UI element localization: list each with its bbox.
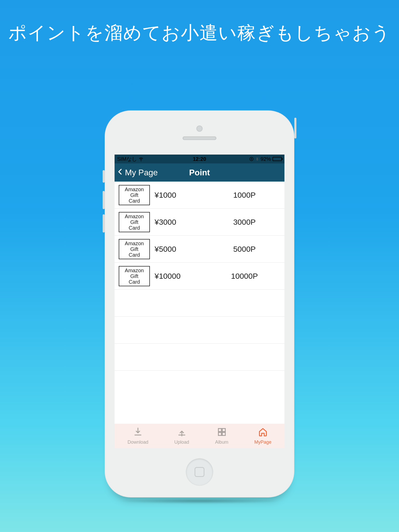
promo-headline: ポイントを溜めてお小遣い稼ぎもしちゃおう <box>0 0 399 45</box>
battery-icon <box>272 157 282 161</box>
gift-card-icon: Amazon Gift Card <box>119 239 150 259</box>
point-list: Amazon Gift Card¥10001000PAmazon Gift Ca… <box>115 182 284 424</box>
battery-percent: 92% <box>261 156 271 162</box>
price-label: ¥10000 <box>155 272 204 281</box>
tab-download[interactable]: Download <box>128 427 148 445</box>
wifi-icon <box>138 156 144 162</box>
mypage-icon <box>258 427 268 438</box>
phone-frame: SIMなし 12:20 92% <box>105 110 294 497</box>
tab-label: Download <box>128 440 148 445</box>
tab-label: Album <box>215 440 228 445</box>
status-bar: SIMなし 12:20 92% <box>115 155 284 163</box>
back-label: My Page <box>125 168 158 177</box>
orientation-lock-icon <box>249 157 254 161</box>
tab-mypage[interactable]: MyPage <box>254 427 271 445</box>
price-label: ¥3000 <box>155 218 204 227</box>
point-row[interactable]: Amazon Gift Card¥1000010000P <box>115 263 284 290</box>
home-button[interactable] <box>186 458 213 486</box>
carrier-label: SIMなし <box>117 156 137 163</box>
volume-up-button <box>103 191 105 209</box>
points-label: 3000P <box>209 218 280 227</box>
svg-rect-2 <box>222 429 225 432</box>
bluetooth-icon <box>255 157 259 161</box>
volume-down-button <box>103 214 105 232</box>
gift-card-icon: Amazon Gift Card <box>119 212 150 232</box>
svg-point-0 <box>250 157 253 161</box>
point-row[interactable]: Amazon Gift Card¥50005000P <box>115 236 284 263</box>
points-label: 5000P <box>209 245 280 254</box>
gift-card-icon: Amazon Gift Card <box>119 185 150 205</box>
point-row[interactable]: Amazon Gift Card¥30003000P <box>115 209 284 236</box>
status-time: 12:20 <box>193 156 206 162</box>
points-label: 10000P <box>209 272 280 281</box>
empty-row <box>115 317 284 344</box>
album-icon <box>217 427 227 438</box>
chevron-left-icon <box>117 168 124 177</box>
earpiece-speaker <box>183 136 216 140</box>
power-button <box>294 118 296 138</box>
tab-label: MyPage <box>254 440 271 445</box>
tab-upload[interactable]: Upload <box>174 427 189 445</box>
points-label: 1000P <box>209 191 280 200</box>
upload-icon <box>177 427 187 438</box>
empty-row <box>115 344 284 371</box>
tab-bar: DownloadUploadAlbumMyPage <box>115 424 284 448</box>
tab-label: Upload <box>174 440 189 445</box>
svg-rect-4 <box>222 433 225 436</box>
price-label: ¥1000 <box>155 191 204 200</box>
price-label: ¥5000 <box>155 245 204 254</box>
mute-switch <box>103 170 105 183</box>
screen: SIMなし 12:20 92% <box>115 155 284 448</box>
tab-album[interactable]: Album <box>215 427 228 445</box>
point-row[interactable]: Amazon Gift Card¥10001000P <box>115 182 284 209</box>
svg-rect-1 <box>218 429 221 432</box>
gift-card-icon: Amazon Gift Card <box>119 266 150 286</box>
svg-rect-3 <box>218 433 221 436</box>
empty-row <box>115 290 284 317</box>
download-icon <box>133 427 143 438</box>
page-title: Point <box>189 168 210 177</box>
phone-shadow <box>119 498 280 504</box>
back-button[interactable]: My Page <box>115 168 158 177</box>
front-camera <box>196 125 203 132</box>
navigation-bar: My Page Point <box>115 163 284 182</box>
